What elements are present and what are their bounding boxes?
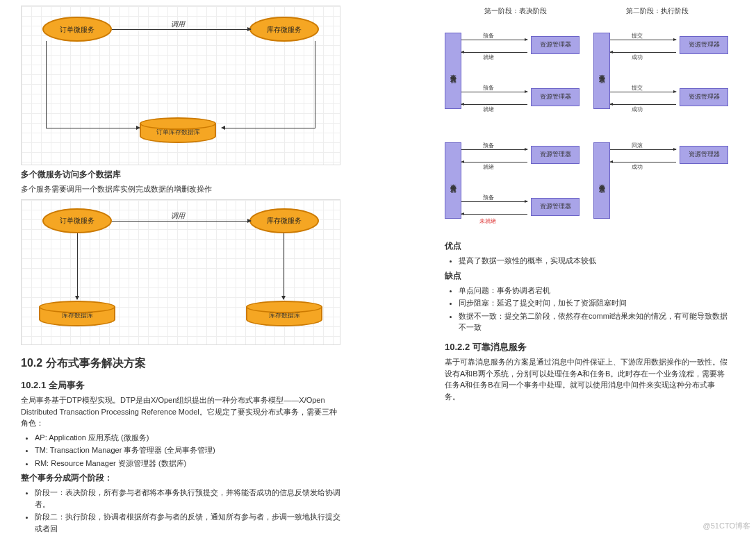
quad-phase2-commit: 事务管理器 资源管理器 资源管理器 提交 成功 提交 成功 [593, 19, 728, 123]
two-phase-diagram: 第一阶段：表决阶段 第二阶段：执行阶段 事务管理器 资源管理器 资源管理器 预备… [445, 6, 728, 233]
role-tm: TM: Transaction Manager 事务管理器 (全局事务管理) [35, 444, 340, 456]
db-left-cyl: 库存数据库 [39, 301, 115, 326]
edge-prepare: 预备 [483, 194, 494, 202]
advantages-list: 提高了数据一致性的概率，实现成本较低 [459, 255, 728, 267]
roles-list: AP: Application 应用系统 (微服务) TM: Transacti… [35, 432, 340, 469]
multi-db-desc: 多个服务需要调用一个数据库实例完成数据的增删改操作 [21, 183, 340, 195]
edge-success: 成功 [632, 53, 643, 62]
edge-order-to-db [77, 233, 78, 299]
tm-box: 事务管理器 [445, 33, 461, 109]
edge-prepare: 预备 [483, 142, 494, 150]
left-column: 订单微服务 库存微服务 调用 订单库存数据库 多个微服务访问多个数据库 多个服务… [0, 0, 361, 534]
heading-10-2-1: 10.2.1 全局事务 [21, 378, 340, 392]
edge-left-down [46, 41, 47, 128]
edge-prepare: 预备 [483, 84, 494, 92]
edge-success: 成功 [632, 163, 643, 172]
edge-prepare: 预备 [483, 32, 494, 40]
edge-left-bottom [46, 128, 140, 128]
rm-box: 资源管理器 [680, 36, 728, 54]
db-right-cyl: 库存数据库 [246, 301, 322, 326]
advantages-heading: 优点 [445, 240, 728, 252]
node-order-service-2: 订单微服务 [42, 208, 112, 233]
phase1-title: 第一阶段：表决阶段 [484, 6, 547, 16]
phase-desc-list: 阶段一：表决阶段，所有参与者都将本事务执行预提交，并将能否成功的信息反馈发给协调… [35, 487, 340, 534]
dis-item: 单点问题：事务协调者宕机 [459, 285, 728, 297]
edge-call-label-2: 调用 [171, 210, 185, 221]
edge-ready: 就绪 [483, 53, 494, 62]
db-cylinder: 订单库存数据库 [140, 117, 216, 143]
global-tx-desc: 全局事务基于DTP模型实现。DTP是由X/Open组织提出的一种分布式事务模型—… [21, 394, 340, 429]
adv-item: 提高了数据一致性的概率，实现成本较低 [459, 255, 728, 267]
quad-phase2-rollback: 事务管理器 资源管理器 回滚 成功 [593, 128, 728, 233]
edge-ready: 就绪 [483, 106, 494, 114]
heading-10-2: 10.2 分布式事务解决方案 [21, 355, 340, 372]
edge-call-label: 调用 [171, 19, 185, 29]
edge-stock-to-db [284, 233, 284, 299]
two-phase-heading: 整个事务分成两个阶段： [21, 472, 340, 484]
tm-box: 事务管理器 [593, 142, 610, 219]
dis-item: 数据不一致：提交第二阶段，依然存在commit结果未知的情况，有可能导致数据不一… [459, 310, 728, 333]
edge-commit: 提交 [632, 84, 643, 92]
right-column: 第一阶段：表决阶段 第二阶段：执行阶段 事务管理器 资源管理器 资源管理器 预备… [361, 0, 756, 534]
heading-10-2-2: 10.2.2 可靠消息服务 [445, 340, 728, 354]
role-ap: AP: Application 应用系统 (微服务) [35, 432, 340, 444]
edge-call-2 [112, 221, 251, 222]
rm-box: 资源管理器 [680, 88, 728, 106]
quad-phase1-fail: 事务管理器 资源管理器 资源管理器 预备 就绪 预备 未就绪 [445, 128, 580, 233]
diagram-single-db: 订单微服务 库存微服务 调用 订单库存数据库 [21, 6, 340, 165]
quad-phase1-ok: 事务管理器 资源管理器 资源管理器 预备 就绪 预备 就绪 [445, 19, 580, 123]
phase-2-desc: 阶段二：执行阶段，协调者根据所有参与者的反馈，通知所有参与者，步调一致地执行提交… [35, 511, 340, 534]
rm-box: 资源管理器 [531, 198, 580, 216]
tm-box: 事务管理器 [593, 33, 610, 109]
node-stock-service: 库存微服务 [249, 17, 319, 42]
edge-notready: 未就绪 [479, 217, 496, 226]
disadvantages-heading: 缺点 [445, 269, 728, 282]
rm-box: 资源管理器 [531, 146, 580, 164]
diagram-multi-db: 订单微服务 库存微服务 调用 库存数据库 库存数据库 [21, 199, 340, 345]
multi-db-heading: 多个微服务访问多个数据库 [21, 168, 340, 181]
disadvantages-list: 单点问题：事务协调者宕机 同步阻塞：延迟了提交时间，加长了资源阻塞时间 数据不一… [459, 285, 728, 333]
edge-commit: 提交 [632, 32, 643, 40]
phase-1-desc: 阶段一：表决阶段，所有参与者都将本事务执行预提交，并将能否成功的信息反馈发给协调… [35, 487, 340, 510]
rm-box: 资源管理器 [680, 146, 728, 164]
tm-box: 事务管理器 [445, 142, 461, 219]
watermark: @51CTO博客 [703, 520, 750, 532]
edge-call [112, 29, 251, 30]
edge-right-bottom [222, 128, 315, 128]
phase2-title: 第二阶段：执行阶段 [626, 6, 689, 16]
rm-box: 资源管理器 [531, 36, 580, 54]
reliable-msg-desc: 基于可靠消息服务的方案是通过消息中间件保证上、下游应用数据操作的一致性。假设有A… [445, 356, 728, 402]
edge-right-down [315, 41, 315, 128]
edge-success: 成功 [632, 106, 643, 114]
edge-ready: 就绪 [483, 163, 494, 172]
node-stock-service-2: 库存微服务 [249, 208, 319, 233]
node-order-service: 订单微服务 [42, 17, 112, 42]
edge-rollback: 回滚 [632, 142, 643, 150]
role-rm: RM: Resource Manager 资源管理器 (数据库) [35, 458, 340, 469]
rm-box: 资源管理器 [531, 88, 580, 106]
dis-item: 同步阻塞：延迟了提交时间，加长了资源阻塞时间 [459, 297, 728, 309]
